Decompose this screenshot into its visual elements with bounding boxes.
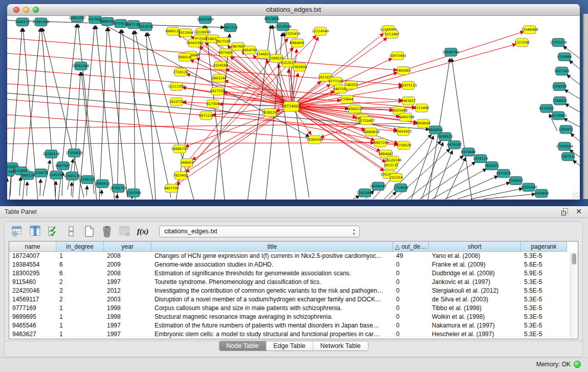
graph-node[interactable]: 14569117: [346, 105, 363, 113]
graph-edge[interactable]: [27, 182, 27, 196]
graph-edge[interactable]: [146, 33, 156, 200]
table-cell[interactable]: 5.3E-5: [521, 330, 567, 339]
delete-icon[interactable]: [100, 225, 114, 238]
table-cell[interactable]: Jankovic et al. (1997): [429, 278, 521, 287]
table-cell[interactable]: 1: [56, 252, 104, 260]
graph-node[interactable]: 8813054: [265, 16, 279, 23]
graph-node[interactable]: 17016504: [556, 142, 573, 150]
table-cell[interactable]: 1998: [104, 313, 151, 321]
graph-node[interactable]: 14196141: [369, 182, 386, 190]
graph-node[interactable]: 1615132: [384, 161, 399, 169]
graph-node[interactable]: 12975115: [400, 81, 417, 90]
table-cell[interactable]: 0: [393, 313, 429, 321]
table-cell[interactable]: Corpus callosum shape and size in male p…: [151, 304, 393, 313]
table-cell[interactable]: Wolkin et al. (1998): [429, 313, 521, 321]
graph-node[interactable]: 18300295: [262, 108, 278, 117]
table-cell[interactable]: 18300295: [9, 269, 56, 278]
graph-node[interactable]: 8471876: [496, 169, 511, 178]
table-cell[interactable]: 2008: [104, 269, 151, 278]
graph-node[interactable]: 9115460: [415, 104, 429, 112]
graph-node[interactable]: 12505135: [63, 172, 80, 180]
table-cell[interactable]: 2: [56, 278, 104, 287]
table-row[interactable]: 1872400712008Changes of HCN gene express…: [9, 252, 578, 260]
graph-node[interactable]: 2405572: [15, 18, 30, 26]
table-cell[interactable]: 5.3E-5: [521, 313, 567, 321]
select-all-icon[interactable]: [47, 225, 60, 238]
graph-edge[interactable]: [446, 158, 466, 199]
graph-node[interactable]: 9427552: [210, 87, 225, 95]
select-columns-icon[interactable]: [29, 225, 42, 238]
graph-node[interactable]: 989016: [179, 53, 191, 61]
table-row[interactable]: 946362711997Embryonic stem cells: a mode…: [9, 330, 578, 339]
table-settings-icon[interactable]: [11, 225, 24, 238]
table-cell[interactable]: 1: [56, 330, 104, 339]
column-header-in_degree[interactable]: in_degree: [56, 242, 104, 252]
table-cell[interactable]: 5.3E-5: [521, 321, 567, 330]
graph-node[interactable]: 9474444: [461, 148, 476, 156]
table-cell[interactable]: 5.9E-5: [521, 269, 567, 278]
graph-node[interactable]: 7632621: [485, 162, 499, 170]
column-header-title[interactable]: title: [151, 242, 393, 252]
table-row[interactable]: 969969511998Structural magnetic resonanc…: [9, 313, 578, 321]
table-row[interactable]: 1830029562008Estimation of significance …: [9, 269, 578, 278]
table-cell[interactable]: 2: [56, 295, 104, 304]
graph-node[interactable]: 13218586: [274, 23, 291, 31]
graph-node[interactable]: 13654923: [395, 127, 411, 136]
graph-node[interactable]: 10220340: [520, 183, 537, 191]
resize-grip[interactable]: [572, 192, 579, 199]
table-cell[interactable]: 1997: [104, 330, 151, 339]
graph-edge[interactable]: [564, 90, 580, 105]
table-cell[interactable]: 6: [56, 269, 104, 278]
tab-network-table[interactable]: Network Table: [313, 341, 368, 351]
table-cell[interactable]: Franke et al. (2009): [429, 260, 521, 269]
table-cell[interactable]: Estimation of significance thresholds fo…: [151, 269, 393, 278]
table-cell[interactable]: 1998: [104, 304, 151, 313]
table-cell[interactable]: 1997: [104, 321, 151, 330]
graph-node[interactable]: 417004: [207, 100, 220, 108]
graph-edge[interactable]: [134, 31, 135, 200]
graph-node[interactable]: 16046758: [171, 145, 188, 153]
graph-node[interactable]: 9777169: [329, 77, 343, 85]
table-cell[interactable]: 1997: [104, 278, 151, 287]
graph-node[interactable]: 20206536: [42, 150, 59, 158]
column-header-short[interactable]: short: [429, 242, 521, 252]
graph-node[interactable]: 1362650: [292, 63, 307, 71]
graph-edge[interactable]: [40, 179, 40, 196]
graph-node[interactable]: 1695810: [95, 180, 110, 188]
graph-node[interactable]: 1292344: [126, 189, 141, 197]
graph-node[interactable]: 9756928: [397, 141, 411, 149]
table-cell[interactable]: Embryonic stem cells: a model to study s…: [151, 330, 393, 339]
table-cell[interactable]: 6: [56, 260, 104, 269]
graph-node[interactable]: 6479197: [447, 141, 462, 149]
graph-node[interactable]: 7625402: [173, 171, 188, 180]
graph-edge[interactable]: [99, 28, 107, 200]
graph-node[interactable]: 10973493: [389, 52, 406, 60]
graph-node[interactable]: 27691406: [32, 18, 49, 26]
table-cell[interactable]: 5.6E-5: [521, 260, 567, 269]
graph-node[interactable]: 7485063: [396, 67, 411, 75]
graph-node[interactable]: 10653287: [69, 16, 85, 22]
graph-node[interactable]: 1592858: [534, 189, 549, 198]
graph-node[interactable]: 16495788: [397, 113, 414, 121]
graph-node[interactable]: 1795722: [80, 176, 95, 184]
close-panel-icon[interactable]: ✕: [576, 207, 582, 215]
graph-node[interactable]: 7857224: [223, 24, 238, 32]
graph-edge[interactable]: [78, 24, 97, 200]
table-cell[interactable]: Estimation of the future numbers of pati…: [151, 321, 393, 330]
graph-node[interactable]: 16033809: [197, 16, 213, 24]
graph-node[interactable]: 264093: [181, 159, 193, 167]
graph-edge[interactable]: [43, 160, 50, 196]
graph-node[interactable]: 11548408: [521, 26, 538, 34]
graph-edge[interactable]: [411, 136, 433, 199]
table-cell[interactable]: 0: [393, 278, 429, 287]
graph-node[interactable]: 8215955: [539, 104, 554, 113]
table-cell[interactable]: 14569117: [9, 295, 56, 304]
graph-node[interactable]: 12213399: [168, 82, 185, 91]
table-cell[interactable]: 0: [393, 304, 429, 313]
graph-node[interactable]: 9463627: [401, 97, 416, 105]
graph-node[interactable]: 16543392: [186, 39, 203, 47]
graph-node[interactable]: 15751074: [550, 38, 567, 47]
column-header-year[interactable]: year: [104, 242, 151, 252]
table-row[interactable]: 1938455462009Genome-wide association stu…: [9, 260, 578, 269]
graph-node[interactable]: 10688639: [362, 128, 379, 136]
